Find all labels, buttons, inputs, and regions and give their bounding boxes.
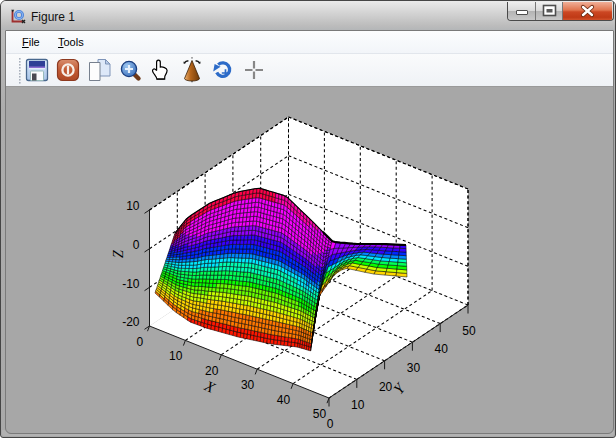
svg-text:10: 10: [169, 349, 183, 363]
svg-text:Z: Z: [111, 250, 126, 258]
svg-text:40: 40: [277, 393, 291, 407]
svg-text:X: X: [201, 377, 218, 396]
svg-text:10: 10: [126, 199, 140, 213]
svg-text:-20: -20: [122, 315, 140, 329]
svg-text:10: 10: [351, 398, 365, 412]
svg-text:50: 50: [462, 324, 476, 338]
svg-text:50: 50: [313, 407, 327, 421]
svg-text:40: 40: [435, 342, 449, 356]
svg-text:-10: -10: [122, 277, 140, 291]
svg-text:30: 30: [241, 378, 255, 392]
svg-text:20: 20: [205, 364, 219, 378]
svg-text:0: 0: [327, 417, 334, 431]
svg-text:Y: Y: [390, 379, 409, 397]
svg-text:0: 0: [137, 335, 144, 349]
svg-text:30: 30: [407, 361, 421, 375]
svg-text:0: 0: [133, 238, 140, 252]
